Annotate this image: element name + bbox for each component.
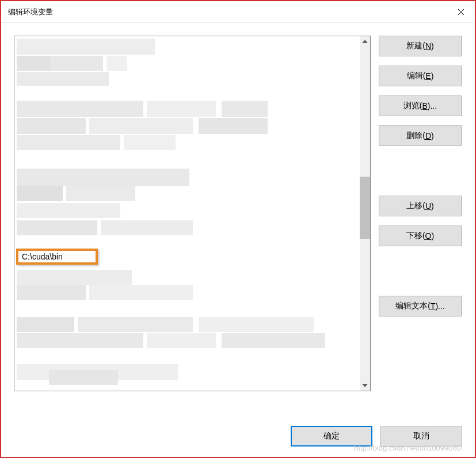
bottom-buttons: 确定 取消	[291, 426, 462, 446]
chevron-down-icon	[362, 384, 368, 387]
close-icon	[458, 9, 464, 16]
cancel-button[interactable]: 取消	[380, 426, 462, 446]
close-button[interactable]	[447, 1, 475, 23]
ok-button[interactable]: 确定	[291, 426, 372, 446]
browse-button[interactable]: 浏览(B)...	[379, 96, 462, 116]
edit-button[interactable]: 编辑(E)	[379, 66, 462, 86]
titlebar: 编辑环境变量	[1, 1, 475, 23]
scroll-down-button[interactable]	[360, 380, 370, 391]
edit-text-button[interactable]: 编辑文本(T)...	[379, 296, 462, 316]
blurred-content	[14, 36, 361, 391]
chevron-up-icon	[362, 40, 368, 43]
path-list[interactable]: C:\cuda\bin	[14, 36, 371, 391]
scroll-up-button[interactable]	[360, 36, 370, 47]
dialog-body: C:\cuda\bin 新建(N) 编辑(E) 浏览(B)...	[1, 23, 475, 404]
move-up-button[interactable]: 上移(U)	[379, 196, 462, 216]
path-entry-value: C:\cuda\bin	[22, 252, 63, 261]
button-column: 新建(N) 编辑(E) 浏览(B)... 删除(D) 上移(U) 下移(O) 编…	[379, 36, 462, 391]
path-entry-highlighted[interactable]: C:\cuda\bin	[16, 249, 98, 265]
scroll-thumb[interactable]	[360, 177, 370, 239]
scrollbar[interactable]	[360, 36, 370, 391]
move-down-button[interactable]: 下移(O)	[379, 226, 462, 246]
new-button[interactable]: 新建(N)	[379, 36, 462, 56]
delete-button[interactable]: 删除(D)	[379, 125, 462, 146]
window-title: 编辑环境变量	[8, 7, 53, 17]
